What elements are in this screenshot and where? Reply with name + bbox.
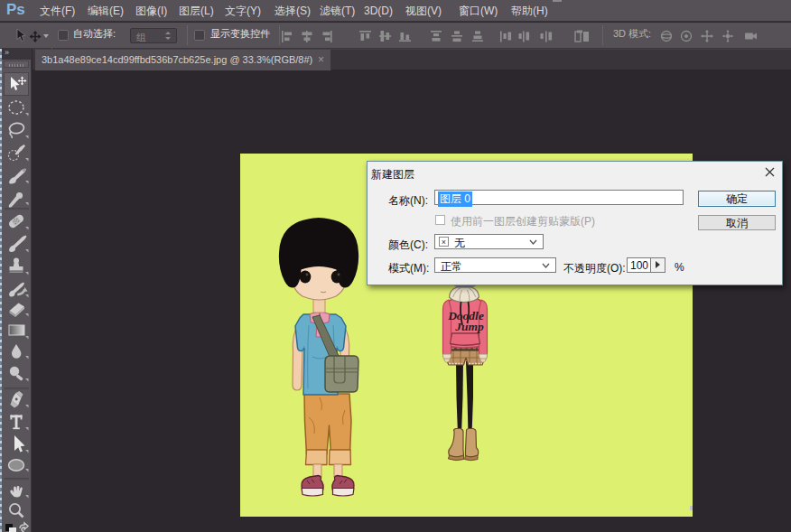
svg-text:Jump: Jump — [454, 320, 484, 333]
